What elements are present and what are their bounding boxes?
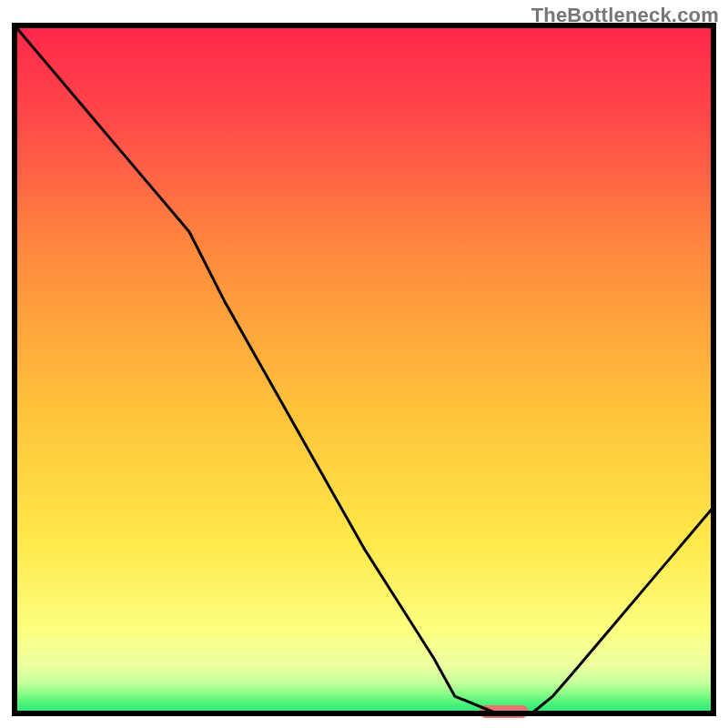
gradient-background xyxy=(15,25,713,713)
chart-svg xyxy=(0,0,728,728)
watermark-text: TheBottleneck.com xyxy=(531,4,719,27)
bottleneck-chart: TheBottleneck.com xyxy=(0,0,728,728)
